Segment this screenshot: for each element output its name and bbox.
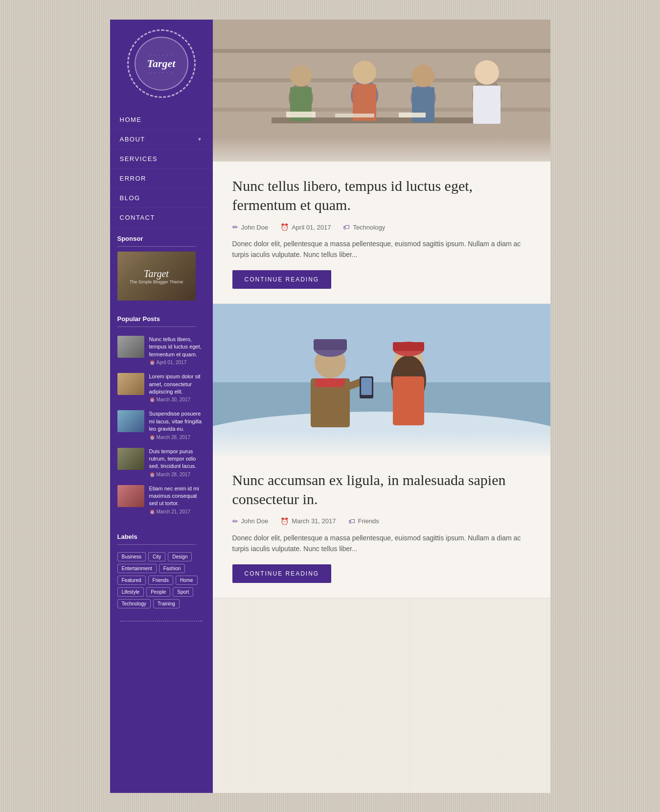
popular-post-date-3: ⏰ March 28, 2017 [149, 435, 205, 440]
label-entertainment[interactable]: Entertainment [117, 564, 157, 573]
sidebar: · · · · · · Target · · · · · · HOME ABOU… [110, 20, 213, 793]
nav-label-about: ABOUT [120, 136, 145, 143]
label-fashion[interactable]: Fashion [159, 564, 185, 573]
clock-icon-article-2: ⏰ [280, 517, 289, 525]
article-2-author: ✏ John Doe [232, 517, 269, 525]
popular-post-date-4: ⏰ March 28, 2017 [149, 472, 205, 477]
svg-point-12 [412, 65, 434, 87]
popular-post-item-5[interactable]: Etiam nec enim id mi maximus consequat s… [110, 481, 213, 518]
article-1-hero [213, 20, 550, 162]
label-business[interactable]: Business [117, 552, 146, 561]
svg-rect-28 [316, 378, 345, 387]
popular-post-info-3: Suspendisse posuere mi lacus, vitae frin… [149, 410, 205, 440]
edit-icon-1: ✏ [232, 223, 238, 231]
chevron-down-icon: ▼ [197, 137, 203, 142]
nav-item-blog[interactable]: BLOG [110, 188, 213, 208]
nav-item-contact[interactable]: CONTACT [110, 208, 213, 228]
svg-rect-17 [286, 112, 316, 117]
logo-circle: · · · · · · Target · · · · · · [127, 29, 196, 98]
nav-item-about[interactable]: ABOUT ▼ [110, 130, 213, 149]
popular-post-info-2: Lorem ipsum dolor sit amet, consectetur … [149, 373, 205, 402]
popular-post-title-3: Suspendisse posuere mi lacus, vitae frin… [149, 410, 205, 433]
clock-icon-article-1: ⏰ [280, 223, 289, 231]
svg-rect-19 [399, 113, 426, 117]
popular-post-item-3[interactable]: Suspendisse posuere mi lacus, vitae frin… [110, 406, 213, 443]
article-2-title: Nunc accumsan ex ligula, in malesuada sa… [232, 470, 531, 509]
popular-posts-divider [117, 326, 196, 327]
label-home[interactable]: Home [176, 576, 198, 585]
svg-rect-20 [213, 137, 550, 162]
article-2-excerpt: Donec dolor elit, pellentesque a massa p… [232, 533, 531, 555]
popular-post-title-5: Etiam nec enim id mi maximus consequat s… [149, 485, 205, 508]
article-1-excerpt: Donec dolor elit, pellentesque a massa p… [232, 238, 531, 260]
clock-icon-4: ⏰ [149, 472, 155, 477]
svg-rect-22 [213, 304, 550, 382]
popular-post-thumb-2 [117, 373, 144, 395]
svg-rect-36 [393, 342, 424, 351]
popular-post-date-2: ⏰ March 30, 2017 [149, 397, 205, 402]
sponsor-image[interactable]: Target The Simple Blogger Theme [117, 252, 196, 301]
popular-post-thumb-1 [117, 336, 144, 358]
popular-post-date-1: ⏰ April 01, 2017 [149, 360, 205, 365]
bottom-divider [120, 621, 203, 622]
article-1-card: Nunc tellus libero, tempus id luctus ege… [213, 162, 550, 304]
svg-rect-37 [213, 431, 550, 456]
nav-item-services[interactable]: SERVICES [110, 149, 213, 169]
clock-icon-3: ⏰ [149, 435, 155, 440]
hero-svg-2 [213, 304, 550, 456]
popular-post-info-1: Nunc tellus libero, tempus id luctus ege… [149, 336, 205, 365]
clock-icon-5: ⏰ [149, 509, 155, 514]
edit-icon-2: ✏ [232, 517, 238, 525]
continue-reading-button-1[interactable]: CONTINUE READING [232, 270, 332, 289]
svg-rect-2 [213, 78, 550, 82]
nav-label-blog: BLOG [120, 194, 140, 202]
label-training[interactable]: Training [153, 599, 180, 608]
logo-text: Target [147, 57, 176, 70]
logo-inner: · · · · · · Target · · · · · · [135, 37, 188, 91]
svg-rect-1 [213, 49, 550, 53]
svg-rect-31 [361, 378, 372, 395]
label-lifestyle[interactable]: Lifestyle [117, 587, 144, 597]
popular-post-title-4: Duis tempor purus rutrum, tempor odio se… [149, 448, 205, 470]
label-featured[interactable]: Featured [117, 576, 146, 585]
popular-post-info-5: Etiam nec enim id mi maximus consequat s… [149, 485, 205, 514]
article-1-author: ✏ John Doe [232, 223, 269, 231]
nav-label-error: ERROR [120, 175, 146, 182]
label-design[interactable]: Design [168, 552, 192, 561]
article-2-card: Nunc accumsan ex ligula, in malesuada sa… [213, 456, 550, 598]
nav-label-services: SERVICES [120, 155, 158, 162]
popular-post-thumb-3 [117, 410, 144, 432]
labels-divider [117, 544, 196, 545]
label-technology[interactable]: Technology [117, 599, 151, 608]
clock-icon-2: ⏰ [149, 397, 155, 402]
nav-item-home[interactable]: HOME [110, 110, 213, 130]
article-2-meta: ✏ John Doe ⏰ March 31, 2017 🏷 Friends [232, 517, 531, 525]
hero-image-inner-1 [213, 20, 550, 162]
article-2-date: ⏰ March 31, 2017 [280, 517, 336, 525]
continue-reading-button-2[interactable]: CONTINUE READING [232, 564, 332, 583]
label-city[interactable]: City [148, 552, 165, 561]
nav-item-error[interactable]: ERROR [110, 169, 213, 188]
popular-post-item[interactable]: Nunc tellus libero, tempus id luctus ege… [110, 332, 213, 369]
sponsor-logo-text: Target [144, 268, 169, 279]
popular-post-item-2[interactable]: Lorem ipsum dolor sit amet, consectetur … [110, 369, 213, 406]
svg-point-6 [290, 65, 312, 87]
popular-post-thumb-4 [117, 448, 144, 470]
article-1-meta: ✏ John Doe ⏰ April 01, 2017 🏷 Technology [232, 223, 531, 231]
hero-svg-1 [213, 20, 550, 162]
svg-rect-26 [314, 339, 347, 350]
tag-icon-2: 🏷 [348, 517, 355, 525]
label-sport[interactable]: Sport [173, 587, 193, 597]
svg-rect-34 [393, 376, 424, 425]
label-friends[interactable]: Friends [148, 576, 173, 585]
popular-post-info-4: Duis tempor purus rutrum, tempor odio se… [149, 448, 205, 477]
popular-post-item-4[interactable]: Duis tempor purus rutrum, tempor odio se… [110, 444, 213, 481]
label-people[interactable]: People [146, 587, 170, 597]
svg-point-9 [353, 61, 376, 84]
svg-point-15 [475, 60, 499, 85]
tag-icon-1: 🏷 [343, 223, 350, 231]
article-1-title: Nunc tellus libero, tempus id luctus ege… [232, 176, 531, 214]
article-1-date: ⏰ April 01, 2017 [280, 223, 331, 231]
popular-post-title-1: Nunc tellus libero, tempus id luctus ege… [149, 336, 205, 358]
nav-label-contact: CONTACT [120, 214, 155, 221]
